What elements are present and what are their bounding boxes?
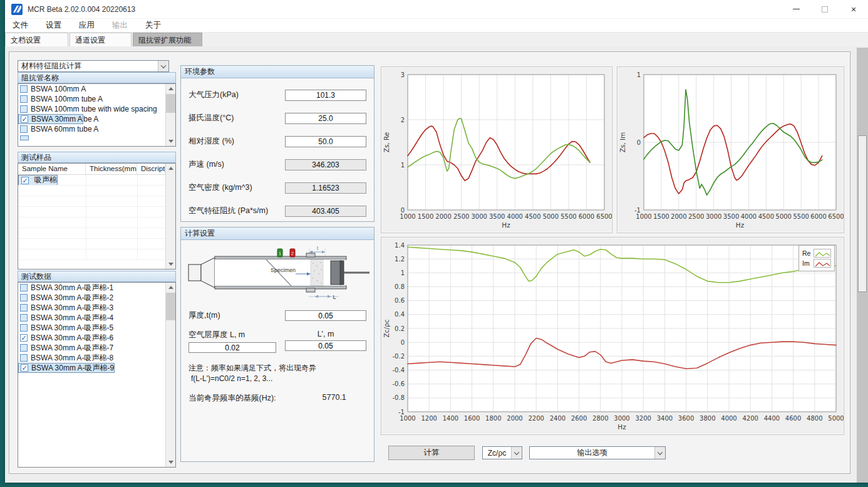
calc-mode-select[interactable]: 材料特征阻抗计算 [18, 60, 169, 72]
sample-table-header: Sample NameThickness(mm）Discription [18, 164, 165, 175]
env-params-panel: 环境参数 大气压力(kPa)摄氏温度(°C)相对湿度 (%)声速 (m/s)空气… [180, 65, 375, 222]
data-list-scrollbar[interactable] [165, 283, 175, 467]
tube-item-5[interactable]: BSWA 60mm tube A [18, 124, 165, 134]
tab-1[interactable]: 通道设置 [70, 33, 132, 46]
legend-label: Re [802, 249, 814, 257]
dataset-checkbox-7[interactable] [20, 354, 28, 362]
legend-entry-Re: Re [802, 249, 831, 258]
calc-mode-value: 材料特征阻抗计算 [18, 61, 158, 71]
chevron-down-icon[interactable] [654, 447, 665, 459]
unit-select[interactable]: Zc/ρc [482, 446, 522, 459]
svg-text:1.4: 1.4 [395, 242, 405, 249]
dataset-label-5: BSWA 30mm A-吸声棉-6 [31, 333, 113, 343]
dataset-item-3[interactable]: BSWA 30mm A-吸声棉-4 [18, 313, 165, 323]
dataset-item-4[interactable]: BSWA 30mm A-吸声棉-5 [18, 323, 165, 333]
maximize-button[interactable] [810, 0, 839, 18]
scroll-down-icon[interactable] [168, 263, 173, 266]
tube-label-2: BSWA 100mm tube with wide spacing [31, 105, 157, 113]
svg-text:1: 1 [401, 162, 405, 169]
env-field-row-1: 摄氏温度(°C) [181, 107, 374, 130]
scroll-up-icon[interactable] [168, 167, 173, 170]
tube-item-2[interactable]: BSWA 100mm tube with wide spacing [18, 104, 165, 114]
svg-text:-0.2: -0.2 [392, 353, 405, 360]
menu-item-0[interactable]: 文件 [13, 20, 28, 31]
air-layer-Lp-input[interactable] [285, 340, 366, 351]
svg-text:-1: -1 [634, 207, 641, 214]
tube-item-0[interactable]: BSWA 100mm A [18, 84, 165, 94]
dataset-label-0: BSWA 30mm A-吸声棉-1 [31, 283, 113, 293]
tab-0[interactable]: 文档设置 [5, 33, 68, 46]
svg-text:Zs, Re: Zs, Re [383, 132, 390, 153]
env-field-input-3 [285, 159, 366, 170]
svg-text:2500: 2500 [453, 213, 469, 220]
svg-text:6000: 6000 [579, 213, 594, 220]
svg-text:1400: 1400 [443, 415, 458, 422]
dataset-checkbox-3[interactable] [20, 314, 28, 322]
tube-checkbox-1[interactable] [20, 95, 28, 103]
env-field-input-1[interactable] [285, 113, 366, 124]
sample-empty-row [18, 207, 165, 217]
dataset-checkbox-1[interactable] [20, 294, 28, 301]
tube-checkbox-2[interactable] [20, 105, 28, 113]
chevron-down-icon[interactable] [158, 61, 168, 71]
scrollbar-thumb[interactable] [858, 135, 867, 292]
air-layer-L-input[interactable] [189, 342, 276, 353]
scroll-down-icon[interactable] [168, 140, 173, 143]
tube-item-1[interactable]: BSWA 100mm tube A [18, 94, 165, 104]
dataset-item-0[interactable]: BSWA 30mm A-吸声棉-1 [18, 283, 165, 293]
dataset-item-1[interactable]: BSWA 30mm A-吸声棉-2 [18, 293, 165, 303]
singularity-note: 注意：频率如果满足下式，将出现奇异 f(L-L')=nC0/2 n=1, 2, … [186, 363, 369, 384]
svg-text:4000: 4000 [721, 415, 736, 422]
svg-text:3500: 3500 [489, 213, 505, 220]
scroll-up-icon[interactable] [168, 87, 173, 90]
dataset-item-6[interactable]: BSWA 30mm A-吸声棉-7 [18, 343, 165, 353]
close-button[interactable]: × [839, 0, 868, 18]
window-scrollbar[interactable] [857, 48, 868, 483]
thickness-input[interactable] [285, 310, 366, 321]
tab-2[interactable]: 阻抗管扩展功能 [133, 33, 202, 46]
app-window: MCR Beta 2.02.0.004 20220613 × 文件设置应用输出关… [5, 0, 868, 483]
menu-item-1[interactable]: 设置 [46, 20, 61, 31]
chart-zs-re: 1000150020002500300035004000450050005500… [381, 66, 612, 233]
tube-list-scrollbar[interactable] [165, 84, 175, 146]
dataset-checkbox-5[interactable]: ✓ [20, 334, 28, 342]
svg-text:1600: 1600 [464, 415, 480, 422]
svg-text:Zs, Im: Zs, Im [619, 132, 626, 153]
chevron-down-icon[interactable] [511, 447, 522, 459]
svg-text:1: 1 [637, 71, 641, 78]
dataset-checkbox-8[interactable]: ✓ [21, 364, 28, 372]
dataset-checkbox-0[interactable] [20, 284, 28, 291]
svg-text:3800: 3800 [700, 415, 715, 422]
dataset-item-7[interactable]: BSWA 30mm A-吸声棉-8 [18, 353, 165, 363]
dataset-checkbox-2[interactable] [20, 304, 28, 312]
menu-item-2[interactable]: 应用 [79, 20, 95, 31]
svg-text:6500: 6500 [828, 213, 844, 220]
dataset-checkbox-4[interactable] [20, 324, 28, 332]
chart-zc-rhoc: 1000120014001600180020002200240026002800… [381, 237, 844, 435]
tube-item-3[interactable]: ✓BSWA 30mm A [18, 114, 83, 124]
svg-text:L: L [333, 294, 336, 300]
main-area: 材料特征阻抗计算 阻抗管名称 BSWA 100mm ABSWA 100mm tu… [5, 46, 857, 483]
output-options-select[interactable]: 输出选项 [529, 446, 666, 459]
tube-checkbox-3[interactable]: ✓ [21, 115, 28, 123]
svg-text:2000: 2000 [507, 415, 522, 422]
scroll-up-icon[interactable] [168, 286, 173, 289]
dataset-item-5[interactable]: ✓BSWA 30mm A-吸声棉-6 [18, 333, 165, 343]
dataset-item-8[interactable]: ✓BSWA 30mm A-吸声棉-9 [18, 363, 115, 373]
menu-item-4[interactable]: 关于 [145, 20, 161, 31]
tube-checkbox-0[interactable] [20, 85, 28, 93]
dataset-item-2[interactable]: BSWA 30mm A-吸声棉-3 [18, 303, 165, 313]
tube-checkbox-5[interactable] [20, 125, 28, 133]
svg-text:Zc/ρc: Zc/ρc [383, 319, 390, 337]
minimize-button[interactable] [782, 0, 810, 18]
calculate-button[interactable]: 计算 [388, 446, 475, 460]
env-field-input-0[interactable] [285, 90, 366, 101]
svg-text:-1: -1 [398, 409, 405, 416]
env-field-label-0: 大气压力(kPa) [189, 90, 239, 100]
scroll-down-icon[interactable] [168, 461, 173, 464]
env-field-input-2[interactable] [285, 136, 366, 147]
app-icon [11, 4, 23, 15]
dataset-checkbox-6[interactable] [20, 344, 28, 352]
thickness-label: 厚度,t(m) [189, 310, 220, 321]
sample-table-scrollbar[interactable] [165, 164, 175, 269]
